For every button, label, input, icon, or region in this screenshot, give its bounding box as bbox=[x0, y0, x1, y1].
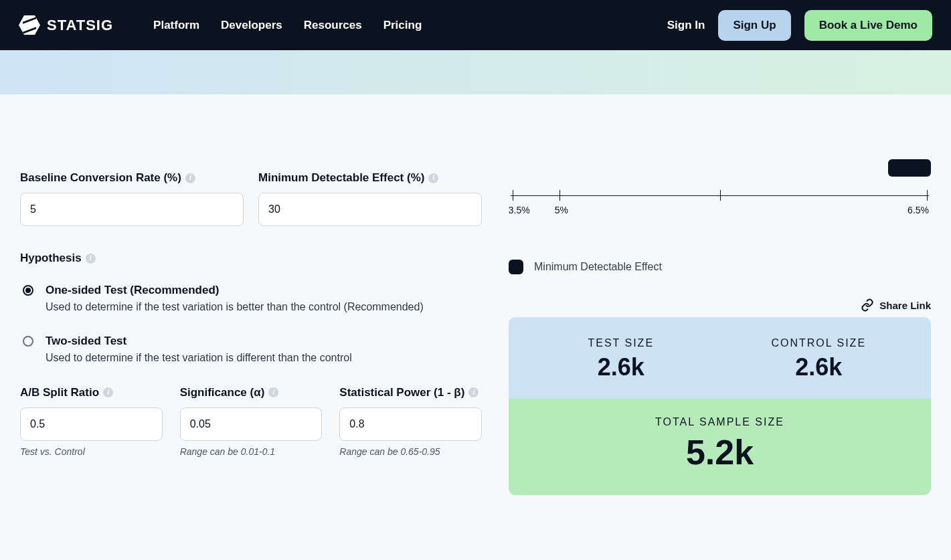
control-size-label: CONTROL SIZE bbox=[720, 337, 918, 349]
two-sided-label: Two-sided Test bbox=[46, 335, 352, 348]
power-group: Statistical Power (1 - β) i Range can be… bbox=[339, 386, 482, 457]
mde-chart: 3.5% 5% 6.5% bbox=[509, 171, 931, 231]
hero-banner bbox=[0, 50, 951, 94]
power-input[interactable] bbox=[339, 407, 482, 441]
total-label: TOTAL SAMPLE SIZE bbox=[522, 416, 918, 428]
hypothesis-two-sided[interactable]: Two-sided Test Used to determine if the … bbox=[20, 335, 482, 365]
radio-body: One-sided Test (Recommended) Used to det… bbox=[46, 284, 424, 314]
sign-in-link[interactable]: Sign In bbox=[667, 19, 705, 32]
results-panel: 3.5% 5% 6.5% Minimum Detectable Effect S… bbox=[509, 171, 931, 495]
split-group: A/B Split Ratio i Test vs. Control bbox=[20, 386, 163, 457]
mde-label-text: Minimum Detectable Effect (%) bbox=[258, 171, 424, 185]
header: STATSIG Platform Developers Resources Pr… bbox=[0, 0, 951, 50]
chart-tick bbox=[927, 190, 928, 201]
control-size-value: 2.6k bbox=[720, 353, 918, 381]
split-label: A/B Split Ratio i bbox=[20, 386, 163, 399]
significance-input[interactable] bbox=[180, 407, 323, 441]
significance-helper: Range can be 0.01-0.1 bbox=[180, 446, 323, 457]
radio-two-sided[interactable] bbox=[23, 336, 33, 347]
info-icon[interactable]: i bbox=[428, 173, 438, 183]
baseline-label: Baseline Conversion Rate (%) i bbox=[20, 171, 244, 185]
chart-tick-label: 5% bbox=[555, 205, 568, 215]
mde-group: Minimum Detectable Effect (%) i bbox=[258, 171, 482, 226]
info-icon[interactable]: i bbox=[268, 387, 278, 397]
chart-tick-label: 6.5% bbox=[907, 205, 929, 215]
mde-input[interactable] bbox=[258, 193, 482, 226]
mde-label: Minimum Detectable Effect (%) i bbox=[258, 171, 482, 185]
legend-swatch bbox=[509, 260, 523, 274]
baseline-label-text: Baseline Conversion Rate (%) bbox=[20, 171, 181, 185]
logo-text: STATSIG bbox=[47, 17, 113, 34]
info-icon[interactable]: i bbox=[103, 387, 113, 397]
info-icon[interactable]: i bbox=[468, 387, 479, 397]
link-icon bbox=[861, 298, 874, 312]
hypothesis-one-sided[interactable]: One-sided Test (Recommended) Used to det… bbox=[20, 284, 482, 314]
info-icon[interactable]: i bbox=[185, 173, 195, 183]
radio-one-sided[interactable] bbox=[23, 285, 33, 296]
tooltip-badge bbox=[888, 159, 931, 177]
radio-body: Two-sided Test Used to determine if the … bbox=[46, 335, 352, 365]
results-card: TEST SIZE 2.6k CONTROL SIZE 2.6k TOTAL S… bbox=[509, 317, 931, 495]
parameters-panel: Baseline Conversion Rate (%) i Minimum D… bbox=[20, 171, 482, 495]
total-value: 5.2k bbox=[522, 432, 918, 472]
significance-group: Significance (α) i Range can be 0.01-0.1 bbox=[180, 386, 323, 457]
one-sided-label: One-sided Test (Recommended) bbox=[46, 284, 424, 297]
split-label-text: A/B Split Ratio bbox=[20, 386, 99, 399]
one-sided-desc: Used to determine if the test variation … bbox=[46, 300, 424, 314]
legend-text: Minimum Detectable Effect bbox=[534, 261, 662, 273]
book-demo-button[interactable]: Book a Live Demo bbox=[804, 10, 932, 41]
baseline-input[interactable] bbox=[20, 193, 244, 226]
info-icon[interactable]: i bbox=[86, 254, 96, 264]
significance-label: Significance (α) i bbox=[180, 386, 323, 399]
power-helper: Range can be 0.65-0.95 bbox=[339, 446, 482, 457]
chart-tick bbox=[559, 190, 560, 201]
split-input[interactable] bbox=[20, 407, 163, 441]
nav-developers[interactable]: Developers bbox=[221, 19, 282, 32]
hypothesis-section: Hypothesis i One-sided Test (Recommended… bbox=[20, 252, 482, 366]
power-label: Statistical Power (1 - β) i bbox=[339, 386, 482, 399]
share-link-text: Share Link bbox=[879, 300, 931, 311]
results-top: TEST SIZE 2.6k CONTROL SIZE 2.6k bbox=[509, 317, 931, 399]
content: Baseline Conversion Rate (%) i Minimum D… bbox=[0, 94, 951, 515]
logo-icon bbox=[19, 15, 40, 36]
hypothesis-title-text: Hypothesis bbox=[20, 252, 82, 265]
nav-resources[interactable]: Resources bbox=[304, 19, 362, 32]
results-bottom: TOTAL SAMPLE SIZE 5.2k bbox=[509, 399, 931, 495]
chart-tick bbox=[513, 190, 513, 201]
chart-tick bbox=[720, 190, 721, 201]
split-helper: Test vs. Control bbox=[20, 446, 163, 457]
main-nav: Platform Developers Resources Pricing bbox=[153, 19, 422, 32]
power-label-text: Statistical Power (1 - β) bbox=[339, 386, 464, 399]
hypothesis-title: Hypothesis i bbox=[20, 252, 482, 265]
test-size-value: 2.6k bbox=[522, 353, 720, 381]
chart-tick-label: 3.5% bbox=[509, 205, 530, 215]
control-size-metric: CONTROL SIZE 2.6k bbox=[720, 337, 918, 381]
test-size-metric: TEST SIZE 2.6k bbox=[522, 337, 720, 381]
baseline-group: Baseline Conversion Rate (%) i bbox=[20, 171, 244, 226]
share-link[interactable]: Share Link bbox=[509, 298, 931, 312]
logo[interactable]: STATSIG bbox=[19, 15, 113, 36]
test-size-label: TEST SIZE bbox=[522, 337, 720, 349]
nav-platform[interactable]: Platform bbox=[153, 19, 199, 32]
sign-up-button[interactable]: Sign Up bbox=[718, 10, 790, 41]
header-right: Sign In Sign Up Book a Live Demo bbox=[667, 10, 932, 41]
chart-legend: Minimum Detectable Effect bbox=[509, 260, 931, 274]
significance-label-text: Significance (α) bbox=[180, 386, 265, 399]
nav-pricing[interactable]: Pricing bbox=[383, 19, 422, 32]
two-sided-desc: Used to determine if the test variation … bbox=[46, 351, 352, 365]
